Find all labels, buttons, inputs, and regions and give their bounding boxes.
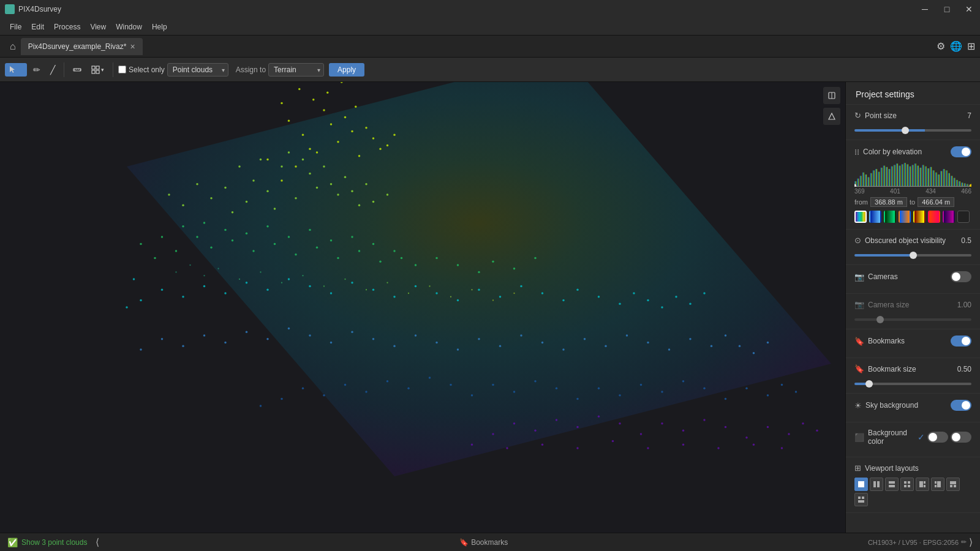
svg-point-226 bbox=[429, 285, 430, 287]
settings-icon-button[interactable]: ⚙ bbox=[937, 40, 945, 52]
layout-l-side[interactable] bbox=[916, 478, 929, 491]
bg-color-controls: ✓ bbox=[918, 432, 971, 443]
svg-point-14 bbox=[295, 165, 296, 167]
svg-point-127 bbox=[140, 348, 141, 350]
menu-process[interactable]: Process bbox=[49, 18, 85, 35]
svg-point-162 bbox=[344, 384, 346, 386]
obscured-header: ⊙ Obscured object visibility 0.5 bbox=[854, 236, 971, 245]
svg-point-173 bbox=[576, 398, 578, 400]
bookmark-size-header: 🔖 Bookmark size 0.50 bbox=[854, 364, 971, 373]
svg-point-81 bbox=[330, 239, 332, 241]
palette-rainbow[interactable] bbox=[854, 211, 867, 223]
select-tool-button[interactable] bbox=[5, 63, 27, 77]
palette-purple-red[interactable] bbox=[943, 211, 955, 223]
palette-green[interactable] bbox=[884, 211, 896, 223]
layout-b-split[interactable] bbox=[854, 493, 868, 506]
layout-h2[interactable] bbox=[885, 478, 899, 491]
svg-rect-252 bbox=[904, 163, 906, 187]
background-color-toggle2[interactable] bbox=[951, 432, 971, 443]
line-tool-button[interactable]: ╱ bbox=[47, 62, 59, 77]
cameras-section: 📷 Cameras bbox=[846, 265, 980, 294]
maximize-button[interactable]: □ bbox=[941, 4, 953, 14]
point-clouds-dropdown[interactable]: Point clouds Meshes DSM bbox=[167, 63, 228, 77]
svg-point-52 bbox=[302, 159, 304, 160]
palette-orange-red[interactable] bbox=[928, 211, 940, 223]
collapse-left-button[interactable]: ⟨ bbox=[96, 536, 99, 548]
measure-tool-button[interactable] bbox=[69, 63, 85, 77]
svg-point-113 bbox=[520, 285, 522, 287]
layout-r-side[interactable] bbox=[931, 478, 944, 491]
minimize-button[interactable]: ─ bbox=[919, 4, 931, 14]
color-elevation-toggle[interactable] bbox=[951, 146, 971, 157]
elevation-to-input[interactable] bbox=[918, 197, 954, 207]
svg-point-105 bbox=[351, 282, 353, 283]
menu-file[interactable]: File bbox=[5, 18, 26, 35]
viewport-overlay-button-1[interactable] bbox=[823, 87, 840, 104]
palette-dark[interactable] bbox=[957, 211, 970, 223]
close-button[interactable]: ✕ bbox=[963, 4, 975, 14]
show-clouds-text[interactable]: Show 3 point clouds bbox=[21, 538, 87, 547]
globe-icon-button[interactable]: 🌐 bbox=[950, 40, 962, 52]
cameras-toggle[interactable] bbox=[951, 271, 971, 282]
layout-q4[interactable] bbox=[900, 478, 914, 491]
menu-help[interactable]: Help bbox=[147, 18, 172, 35]
viewport-layouts-header: ⊞ Viewport layouts bbox=[854, 463, 971, 473]
svg-point-208 bbox=[647, 447, 649, 449]
palette-red-yellow[interactable] bbox=[913, 211, 925, 223]
point-size-section: ↻ Point size 7 bbox=[846, 105, 980, 140]
svg-point-58 bbox=[196, 183, 198, 185]
point-clouds-dropdown-wrap: Point clouds Meshes DSM bbox=[167, 63, 228, 77]
menu-view[interactable]: View bbox=[85, 18, 111, 35]
menu-window[interactable]: Window bbox=[111, 18, 147, 35]
palette-warm-cool[interactable] bbox=[899, 211, 911, 223]
svg-point-93 bbox=[513, 268, 515, 269]
active-tab[interactable]: Pix4Dsurvey_example_Rivaz* × bbox=[21, 38, 143, 55]
edit-coordinate-icon[interactable]: ✏ bbox=[961, 538, 967, 546]
elevation-histogram bbox=[854, 162, 971, 187]
collapse-right-button[interactable]: ⟩ bbox=[969, 536, 973, 548]
viewport[interactable] bbox=[0, 82, 845, 533]
svg-point-122 bbox=[647, 299, 649, 301]
background-color-toggle[interactable] bbox=[927, 432, 948, 443]
bookmark-size-label: 🔖 Bookmark size bbox=[854, 364, 916, 373]
palette-blue[interactable] bbox=[869, 211, 881, 223]
svg-point-35 bbox=[246, 201, 247, 203]
tab-close-button[interactable]: × bbox=[130, 42, 135, 51]
svg-point-60 bbox=[182, 204, 184, 206]
home-button[interactable]: ⌂ bbox=[5, 41, 21, 52]
bookmarks-header: 🔖 Bookmarks bbox=[854, 335, 971, 347]
menu-edit[interactable]: Edit bbox=[26, 18, 49, 35]
apply-button[interactable]: Apply bbox=[329, 63, 364, 77]
camera-size-icon: 📷 bbox=[854, 300, 864, 309]
svg-rect-272 bbox=[956, 180, 958, 187]
svg-point-28 bbox=[266, 159, 268, 160]
layout-v2[interactable] bbox=[870, 478, 883, 491]
grid-icon-button[interactable]: ⊞ bbox=[967, 40, 975, 52]
viewport-overlay-button-2[interactable] bbox=[823, 108, 840, 125]
layout-t-split[interactable] bbox=[946, 478, 960, 491]
terrain-dropdown[interactable]: Terrain Building Vegetation Other bbox=[268, 63, 324, 77]
svg-point-199 bbox=[767, 426, 769, 428]
svg-rect-265 bbox=[938, 174, 940, 187]
group-tool-button[interactable]: ▾ bbox=[88, 63, 108, 77]
svg-point-156 bbox=[739, 345, 741, 347]
svg-rect-7 bbox=[92, 70, 95, 73]
svg-point-103 bbox=[309, 285, 311, 287]
svg-point-142 bbox=[457, 348, 459, 350]
point-size-slider[interactable] bbox=[854, 129, 971, 132]
svg-point-158 bbox=[767, 342, 769, 343]
bookmark-size-slider[interactable] bbox=[854, 383, 971, 385]
bookmarks-statusbar-button[interactable]: 🔖 Bookmarks bbox=[459, 538, 508, 547]
obscured-visibility-slider[interactable] bbox=[854, 254, 971, 257]
svg-rect-257 bbox=[917, 166, 919, 187]
bookmark-status-icon: 🔖 bbox=[459, 538, 469, 547]
layout-single[interactable] bbox=[854, 478, 868, 491]
svg-point-62 bbox=[175, 250, 177, 252]
svg-point-184 bbox=[795, 391, 797, 392]
pencil-tool-button[interactable]: ✏ bbox=[29, 62, 44, 77]
sun-icon: ☀ bbox=[854, 401, 862, 410]
bookmarks-toggle[interactable] bbox=[951, 335, 971, 347]
select-only-checkbox[interactable] bbox=[118, 66, 126, 73]
sky-background-toggle[interactable] bbox=[951, 400, 971, 411]
elevation-from-input[interactable] bbox=[870, 197, 907, 207]
